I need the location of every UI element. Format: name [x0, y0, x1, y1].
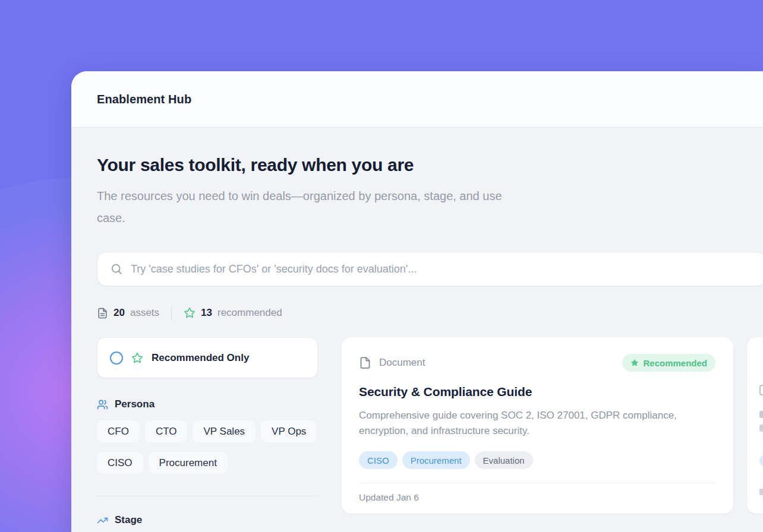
- recommended-label: recommended: [217, 307, 282, 319]
- recommended-count: 13: [201, 307, 212, 319]
- stage-section-label: Stage: [115, 514, 142, 526]
- file-text-icon: [97, 308, 108, 319]
- persona-chip-ciso[interactable]: CISO: [97, 452, 143, 474]
- main-content: Your sales toolkit, ready when you are T…: [71, 128, 763, 526]
- star-filled-icon: [630, 359, 639, 367]
- card-updated: Updated Jan 6: [359, 483, 715, 503]
- results-area: Recommended Only Persona CFO CTO VP Sale…: [97, 337, 763, 526]
- filters-sidebar: Recommended Only Persona CFO CTO VP Sale…: [97, 337, 318, 526]
- partial-card-tag-fragment: [759, 454, 763, 467]
- card-tags: CISO Procurement Evaluation: [359, 451, 715, 469]
- card-type-label: Document: [379, 357, 425, 369]
- tag-procurement: Procurement: [402, 451, 470, 469]
- star-icon: [131, 352, 143, 364]
- trending-up-icon: [97, 515, 108, 526]
- stats-row: 20 assets 13 recommended: [97, 307, 763, 319]
- card-description: Comprehensive guide covering SOC 2, ISO …: [359, 408, 707, 439]
- asset-card-security-compliance-guide[interactable]: Document Recommended Security & Complian…: [342, 337, 733, 514]
- recommended-badge: Recommended: [622, 354, 715, 372]
- search-bar[interactable]: [97, 252, 763, 286]
- persona-section-header: Persona: [97, 398, 318, 410]
- app-header: Enablement Hub: [71, 71, 763, 128]
- stats-divider: [171, 307, 172, 319]
- sidebar-divider: [97, 496, 318, 496]
- users-icon: [97, 399, 108, 410]
- persona-chip-procurement[interactable]: Procurement: [149, 452, 228, 474]
- persona-chip-cto[interactable]: CTO: [145, 420, 188, 442]
- search-icon: [110, 262, 123, 276]
- page-subtitle: The resources you need to win deals—orga…: [97, 185, 513, 229]
- tag-ciso: CISO: [359, 451, 398, 469]
- search-input[interactable]: [131, 263, 763, 276]
- recommended-stat: 13 recommended: [184, 307, 282, 319]
- card-top-row: Document Recommended: [359, 354, 715, 372]
- app-window: Enablement Hub Your sales toolkit, ready…: [71, 71, 763, 532]
- app-title: Enablement Hub: [97, 93, 191, 106]
- card-title: Security & Compliance Guide: [359, 385, 715, 399]
- recommended-only-label: Recommended Only: [152, 352, 249, 364]
- page-title: Your sales toolkit, ready when you are: [97, 153, 763, 177]
- recommended-badge-label: Recommended: [643, 358, 707, 368]
- card-type: Document: [359, 356, 425, 370]
- persona-chips: CFO CTO VP Sales VP Ops CISO Procurement: [97, 420, 318, 474]
- partial-card-text-fragment: [759, 411, 763, 418]
- asset-card-partial[interactable]: [747, 337, 763, 514]
- file-icon: [359, 356, 371, 370]
- radio-circle[interactable]: [110, 352, 123, 365]
- persona-chip-vp-ops[interactable]: VP Ops: [261, 420, 317, 442]
- persona-section-label: Persona: [115, 398, 155, 410]
- assets-label: assets: [130, 307, 159, 319]
- partial-card-icon-fragment: [759, 385, 763, 395]
- partial-card-meta-fragment: [759, 489, 763, 495]
- assets-stat: 20 assets: [97, 307, 159, 319]
- partial-card-text-fragment: [759, 425, 763, 432]
- stage-section-header: Stage: [97, 514, 318, 526]
- star-icon: [184, 307, 196, 319]
- recommended-only-toggle[interactable]: Recommended Only: [97, 337, 318, 378]
- persona-chip-vp-sales[interactable]: VP Sales: [193, 420, 256, 442]
- persona-chip-cfo[interactable]: CFO: [97, 420, 140, 442]
- assets-count: 20: [113, 307, 125, 319]
- tag-evaluation: Evaluation: [475, 451, 533, 469]
